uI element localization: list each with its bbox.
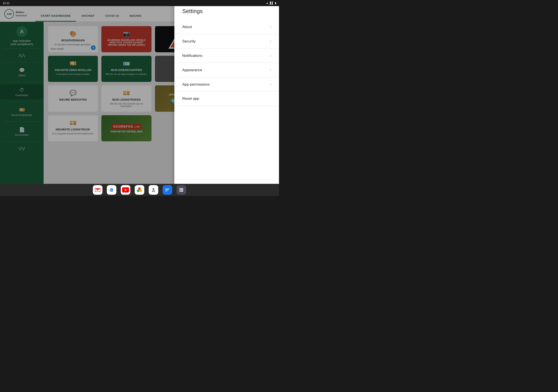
settings-panel: Settings About › Security › Notification… (174, 0, 279, 196)
svg-point-23 (181, 188, 182, 189)
svg-point-7 (111, 189, 113, 191)
settings-label-notifications: Notifications (182, 54, 270, 58)
svg-rect-19 (165, 190, 168, 190)
svg-point-28 (180, 191, 181, 192)
chevron-right-icon-security: › (270, 39, 271, 43)
settings-label-reset-app: Reset app (182, 96, 271, 101)
svg-point-24 (182, 188, 183, 189)
status-bar: 12:21 ▲ ▌▌ ▮ (0, 0, 279, 6)
messages-icon (164, 187, 171, 193)
svg-point-13 (138, 187, 141, 190)
svg-point-30 (182, 191, 183, 192)
nav-photos[interactable] (135, 185, 144, 195)
nav-gmail[interactable] (93, 185, 103, 195)
gmail-icon (95, 188, 100, 192)
settings-label-about: About (182, 25, 270, 29)
status-icons: ▲ ▌▌ ▮ (266, 1, 276, 5)
battery-icon: ▮ (275, 1, 276, 5)
chevron-right-icon-about: › (270, 25, 271, 29)
chevron-right-icon-app-permissions: › (270, 82, 271, 87)
svg-point-15 (153, 188, 154, 190)
settings-item-security[interactable]: Security › (174, 34, 279, 49)
chevron-right-icon-notifications: › (270, 53, 271, 58)
settings-item-reset-app[interactable]: Reset app (174, 92, 279, 106)
svg-point-26 (181, 189, 182, 191)
nav-custom-app[interactable]: AB (149, 185, 158, 195)
nav-youtube[interactable] (121, 185, 130, 195)
settings-list: About › Security › Notifications › Appea… (174, 20, 279, 196)
settings-label-app-permissions: App permissions (182, 82, 270, 87)
wifi-icon: ▲ (266, 1, 269, 5)
nav-chrome[interactable] (107, 185, 116, 195)
svg-point-29 (181, 191, 182, 192)
svg-point-25 (180, 189, 181, 191)
nav-apps[interactable] (176, 185, 186, 195)
chevron-right-icon-appearance: › (270, 68, 271, 72)
nav-messages[interactable] (163, 185, 172, 195)
svg-rect-20 (165, 191, 167, 191)
settings-item-app-permissions[interactable]: App permissions › (174, 77, 279, 92)
signal-icon: ▌▌ (270, 1, 274, 5)
svg-point-11 (140, 189, 142, 192)
settings-item-about[interactable]: About › (174, 20, 279, 34)
chrome-icon (108, 187, 115, 193)
photos-icon (136, 187, 143, 193)
settings-item-appearance[interactable]: Appearance › (174, 63, 279, 77)
svg-point-27 (182, 189, 183, 191)
settings-label-security: Security (182, 39, 270, 43)
status-time: 12:21 (3, 1, 10, 5)
svg-text:AB: AB (152, 190, 155, 193)
svg-point-12 (137, 189, 140, 192)
youtube-icon (122, 187, 129, 193)
svg-rect-18 (165, 189, 170, 189)
apps-icon (178, 187, 185, 193)
svg-point-22 (180, 188, 181, 189)
settings-label-appearance: Appearance (182, 68, 270, 72)
bottom-nav: AB (0, 184, 279, 196)
custom-app-icon: AB (150, 187, 157, 193)
settings-item-notifications[interactable]: Notifications › (174, 49, 279, 63)
